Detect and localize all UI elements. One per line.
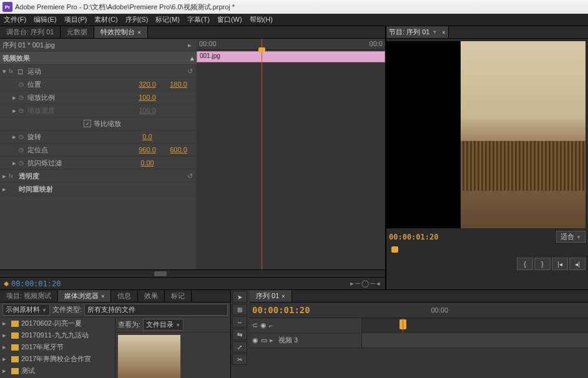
- rotation-value[interactable]: 0.0: [132, 133, 163, 140]
- ripple-edit-tool[interactable]: ↔: [232, 316, 247, 327]
- expand-icon[interactable]: ▸: [12, 159, 19, 167]
- clip-bar[interactable]: 001.jpg: [197, 51, 385, 62]
- step-back-button[interactable]: ◂|: [569, 258, 586, 270]
- position-y-value[interactable]: 180.0: [163, 80, 194, 88]
- video-track-row[interactable]: ◉ ▭ ▸ 视频 3: [250, 333, 588, 348]
- link-icon[interactable]: ⌐: [269, 322, 273, 329]
- playhead-handle-icon[interactable]: [258, 47, 265, 52]
- tab-audio-mixer[interactable]: 调音台: 序列 01: [0, 26, 61, 38]
- folder-item[interactable]: ▸测试: [0, 365, 115, 377]
- anchor-y-value[interactable]: 600.0: [163, 146, 194, 153]
- timeline-timecode[interactable]: 00:00:01:20: [252, 305, 310, 315]
- expand-icon[interactable]: ▸: [2, 355, 9, 363]
- collapse-icon[interactable]: ▴: [190, 54, 194, 62]
- tab-sequence[interactable]: 序列 01 ×: [250, 290, 292, 302]
- reset-icon[interactable]: ↺: [185, 172, 194, 180]
- zoom-fit-select[interactable]: 适合 ▼: [556, 231, 586, 243]
- menu-marker[interactable]: 标记(M): [155, 15, 180, 24]
- chevron-right-icon[interactable]: ▸: [188, 41, 194, 49]
- position-x-value[interactable]: 320.0: [132, 80, 163, 88]
- antiflicker-value[interactable]: 0.00: [132, 159, 163, 167]
- timeline-playhead[interactable]: [403, 318, 403, 332]
- tab-metadata[interactable]: 元数据: [61, 26, 94, 38]
- tab-media-browser[interactable]: 媒体浏览器 ×: [58, 290, 111, 302]
- expand-icon[interactable]: ▾: [2, 67, 9, 75]
- mark-in-button[interactable]: {: [517, 258, 533, 270]
- menu-project[interactable]: 项目(P): [64, 15, 87, 24]
- track-select-tool[interactable]: ⊞: [232, 304, 247, 315]
- playhead-handle-icon[interactable]: [391, 246, 398, 253]
- marker-icon[interactable]: ◉: [260, 321, 267, 329]
- anchor-x-value[interactable]: 960.0: [132, 146, 163, 153]
- close-icon[interactable]: ×: [101, 293, 104, 299]
- eye-icon[interactable]: ◉: [252, 336, 258, 344]
- stopwatch-icon[interactable]: ◷: [19, 94, 26, 100]
- source-material-select[interactable]: 示例原材料 ▼: [2, 304, 50, 316]
- folder-item[interactable]: ▸2017年尾牙节: [0, 341, 115, 353]
- close-icon[interactable]: ×: [442, 29, 445, 36]
- stopwatch-icon[interactable]: ◷: [19, 81, 26, 87]
- effect-timecode[interactable]: 00:00:01:20: [11, 279, 61, 288]
- view-as-select[interactable]: 文件目录 ▼: [143, 319, 184, 331]
- scale-value[interactable]: 100.0: [132, 94, 163, 101]
- tab-markers[interactable]: 标记: [165, 290, 192, 302]
- expand-icon[interactable]: ▸: [2, 185, 9, 193]
- mark-out-button[interactable]: }: [534, 258, 551, 270]
- tab-info[interactable]: 信息: [111, 290, 138, 302]
- expand-icon[interactable]: ▸: [12, 94, 19, 102]
- menu-edit[interactable]: 编辑(E): [34, 15, 57, 24]
- go-to-in-button[interactable]: |◂: [552, 258, 568, 270]
- expand-icon[interactable]: ▸: [2, 172, 9, 180]
- motion-effect-row[interactable]: ▾ fx ◻ 运动 ↺: [0, 65, 197, 78]
- media-thumbnail[interactable]: [118, 335, 180, 378]
- menu-clip[interactable]: 素材(C): [94, 15, 117, 24]
- razor-tool[interactable]: ✂: [232, 354, 247, 365]
- playhead[interactable]: [262, 39, 262, 269]
- reset-icon[interactable]: ↺: [185, 67, 194, 75]
- dropdown-arrow-icon[interactable]: ▼: [432, 29, 437, 35]
- stopwatch-icon[interactable]: ◷: [19, 160, 26, 166]
- program-preview[interactable]: [386, 41, 586, 228]
- expand-icon[interactable]: ▸: [2, 343, 9, 351]
- mini-timeline-ruler[interactable]: 00:00 00:0: [197, 39, 385, 50]
- tab-effects[interactable]: 效果: [138, 290, 165, 302]
- expand-icon[interactable]: ▸: [270, 336, 276, 344]
- menu-file[interactable]: 文件(F): [4, 15, 26, 24]
- folder-item[interactable]: ▸2017年奔腾校企合作宣: [0, 353, 115, 365]
- effect-mini-timeline[interactable]: 00:00 00:0 001.jpg: [197, 39, 385, 269]
- rate-stretch-tool[interactable]: ⤢: [232, 341, 247, 352]
- opacity-effect-row[interactable]: ▸ fx 透明度 ↺: [0, 170, 197, 183]
- folder-item[interactable]: ▸20170911-九九九活动: [0, 329, 115, 341]
- close-icon[interactable]: ×: [282, 293, 285, 299]
- tab-effect-controls[interactable]: 特效控制台 ×: [94, 26, 147, 38]
- stopwatch-icon[interactable]: ◷: [19, 147, 26, 153]
- menu-sequence[interactable]: 序列(S): [125, 15, 149, 24]
- expand-icon[interactable]: ▸: [2, 331, 9, 339]
- snap-icon[interactable]: ⊂: [252, 321, 258, 329]
- selection-tool[interactable]: ➤: [232, 291, 247, 303]
- scroll-thumb[interactable]: [154, 271, 167, 276]
- program-timecode[interactable]: 00:00:01:20: [389, 233, 438, 241]
- expand-icon[interactable]: ▸: [2, 367, 9, 375]
- menu-help[interactable]: 帮助(H): [250, 15, 273, 24]
- effect-controls-panel: 调音台: 序列 01 元数据 特效控制台 × 序列 01 * 001.jpg ▸…: [0, 26, 386, 289]
- tab-program[interactable]: 节目: 序列 01 ▼ ×: [386, 26, 449, 38]
- lock-icon[interactable]: ▭: [261, 336, 267, 344]
- program-scrubber[interactable]: [389, 245, 586, 255]
- uniform-scale-checkbox[interactable]: ✓: [84, 120, 91, 127]
- close-icon[interactable]: ×: [137, 29, 140, 36]
- menu-window[interactable]: 窗口(W): [217, 15, 242, 24]
- stopwatch-icon[interactable]: ◷: [19, 133, 26, 140]
- rolling-edit-tool[interactable]: ⇆: [232, 329, 247, 340]
- expand-icon[interactable]: ▸: [2, 319, 9, 327]
- menu-title[interactable]: 字幕(T): [187, 15, 210, 24]
- expand-icon[interactable]: ▸: [12, 133, 19, 141]
- time-remap-row[interactable]: ▸ 时间重映射: [0, 183, 197, 196]
- horizontal-scrollbar[interactable]: [0, 269, 385, 277]
- folder-item[interactable]: ▸20170602-闪亮一夏: [0, 317, 115, 329]
- video-effects-header[interactable]: 视频效果 ▴: [0, 52, 197, 65]
- tab-project[interactable]: 项目: 视频测试: [0, 290, 58, 302]
- zoom-slider[interactable]: ▸─◯─◂: [350, 279, 381, 288]
- timeline-ruler-row[interactable]: ⊂ ◉ ⌐: [250, 318, 588, 333]
- file-type-select[interactable]: 所有支持的文件: [84, 304, 228, 316]
